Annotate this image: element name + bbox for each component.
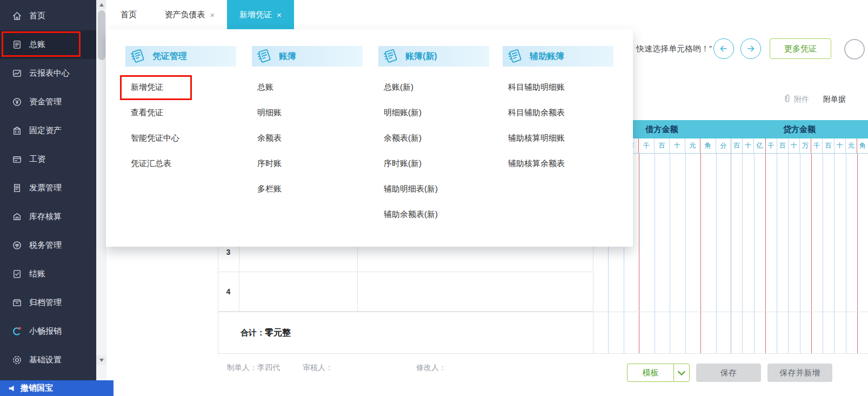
attachment-label[interactable]: 附件 (794, 95, 809, 104)
menu-item-general-ledger[interactable]: 总账 (257, 74, 363, 100)
menu-item-detail-ledger[interactable]: 明细账 (257, 100, 363, 125)
save-button[interactable]: 保存 (696, 364, 761, 382)
menu-item-detail-ledger-new[interactable]: 明细账(新) (384, 100, 489, 125)
close-icon[interactable]: × (277, 11, 282, 19)
menu-column-header: 凭证管理 (125, 46, 236, 67)
digit-label: 百 (777, 138, 789, 153)
more-vouchers-button[interactable]: 更多凭证 (770, 38, 831, 59)
summary-cell[interactable] (239, 272, 358, 311)
template-split-button: 模板 (627, 364, 690, 382)
digit-label: 千 (639, 138, 654, 153)
archive-icon (12, 298, 22, 308)
sidebar-item-label: 固定资产 (29, 126, 62, 136)
menu-item-balance-table[interactable]: 余额表 (257, 125, 363, 150)
megaphone-icon (8, 384, 16, 393)
journal-icon (382, 48, 400, 65)
next-voucher-button[interactable] (740, 38, 761, 59)
sidebar-item-label: 工资 (29, 154, 45, 164)
promo-banner[interactable]: 撤销国宝 (0, 380, 113, 396)
payroll-icon (12, 154, 22, 164)
digit-label: 元 (685, 138, 700, 153)
sidebar-item-invoice-management[interactable]: 发票管理 (0, 174, 96, 202)
journal-icon (255, 48, 273, 65)
sidebar-item-inventory-accounting[interactable]: 库存核算 (0, 202, 96, 231)
tab-new-voucher[interactable]: 新增凭证 × (227, 0, 294, 29)
chevron-down-icon (678, 368, 685, 375)
debit-header-label: 借方金额 (646, 124, 678, 135)
menu-item-view-voucher[interactable]: 查看凭证 (131, 100, 236, 125)
menu-item-aux-balance-table-new[interactable]: 辅助余额表(新) (384, 201, 489, 227)
digit-label: 百 (655, 138, 670, 153)
total-value: 零元整 (265, 327, 291, 339)
row-number: 4 (218, 272, 239, 311)
attachment-control[interactable] (782, 94, 792, 103)
menu-item-new-voucher[interactable]: 新增凭证 (131, 74, 236, 100)
vertical-scrollbar[interactable] (96, 0, 106, 396)
reviewer-label: 审核人： (303, 363, 333, 372)
modifier-field: 修改人： (416, 363, 446, 373)
sidebar-item-payroll[interactable]: 工资 (0, 145, 96, 174)
quick-select-hint: 快速选择单元格哟！” (636, 44, 712, 54)
fund-icon (12, 97, 22, 107)
digit-label: 十 (834, 138, 846, 153)
sidebar-item-basic-settings[interactable]: 基础设置 (0, 346, 96, 374)
menu-item-balance-table-new[interactable]: 余额表(新) (384, 125, 489, 150)
sidebar-item-tax-management[interactable]: 税务管理 (0, 231, 96, 260)
menu-item-subject-aux-detail[interactable]: 科目辅助明细账 (508, 74, 613, 100)
credit-header-label: 贷方金额 (783, 124, 816, 135)
menu-item-chronological-ledger[interactable]: 序时账 (257, 150, 363, 176)
close-icon[interactable]: × (210, 11, 215, 19)
digit-label: 角 (857, 138, 868, 153)
tab-home[interactable]: 首页 (111, 0, 146, 29)
sidebar-item-closing[interactable]: 结账 (0, 260, 96, 288)
menu-item-chronological-ledger-new[interactable]: 序时账(新) (384, 150, 489, 176)
menu-item-general-ledger-new[interactable]: 总账(新) (384, 74, 489, 100)
sidebar-item-xiaochang-reimburse[interactable]: 小畅报销 (0, 317, 96, 346)
save-and-new-label: 保存并新增 (780, 368, 820, 378)
preparer-value: 李四代 (257, 363, 280, 372)
sidebar-item-home[interactable]: 首页 (0, 2, 96, 30)
menu-item-aux-accounting-balance[interactable]: 辅助核算余额表 (508, 150, 613, 176)
tax-icon (12, 240, 22, 250)
sidebar-item-label: 基础设置 (29, 355, 62, 365)
menu-item-aux-detail-table-new[interactable]: 辅助明细表(新) (384, 176, 489, 201)
reviewer-field: 审核人： (303, 363, 333, 373)
total-row: 合计： 零元整 (218, 312, 868, 354)
scrollbar-thumb[interactable] (98, 10, 105, 60)
menu-item-aux-accounting-detail[interactable]: 辅助核算明细账 (508, 125, 613, 150)
account-cell[interactable] (358, 272, 593, 311)
menu-item-subject-aux-balance[interactable]: 科目辅助余额表 (508, 100, 613, 125)
invoice-icon (12, 183, 22, 193)
tab-bar: 首页 资产负债表 × 新增凭证 × (106, 0, 868, 29)
scroll-down-button[interactable] (97, 355, 106, 365)
journal-icon (129, 48, 147, 65)
menu-column-header: 辅助账簿 (503, 46, 613, 67)
prev-voucher-button[interactable] (713, 38, 734, 59)
save-and-new-button[interactable]: 保存并新增 (767, 364, 832, 382)
tab-balance-sheet[interactable]: 资产负债表 × (153, 0, 226, 29)
digit-label: 十 (789, 138, 800, 153)
sidebar-item-fixed-assets[interactable]: 固定资产 (0, 116, 96, 145)
sidebar-item-cloud-report-center[interactable]: 云报表中心 (0, 59, 96, 88)
sidebar-item-label: 总账 (29, 39, 45, 50)
inventory-icon (12, 212, 22, 222)
sidebar-item-fund-management[interactable]: 资金管理 (0, 88, 96, 116)
paperclip-icon (782, 94, 792, 103)
menu-item-smart-voucher-center[interactable]: 智能凭证中心 (131, 125, 236, 150)
sidebar-item-label: 结账 (29, 269, 45, 279)
preparer-label: 制单人： (227, 363, 257, 372)
sidebar-item-label: 发票管理 (29, 183, 62, 193)
sidebar-item-label: 库存核算 (29, 212, 62, 222)
menu-item-multi-column-ledger[interactable]: 多栏账 (257, 176, 363, 201)
digit-label: 十 (670, 138, 685, 153)
help-icon[interactable] (844, 39, 865, 60)
journal-icon (506, 48, 524, 65)
template-button[interactable]: 模板 (627, 364, 673, 382)
menu-column-title: 账簿 (279, 51, 296, 62)
scroll-up-button[interactable] (97, 0, 106, 9)
sidebar-item-archive-management[interactable]: 归档管理 (0, 288, 96, 317)
sidebar-item-general-ledger[interactable]: 总账 (0, 30, 96, 59)
menu-item-voucher-summary[interactable]: 凭证汇总表 (131, 150, 236, 176)
template-dropdown-button[interactable] (673, 364, 690, 382)
arrow-up-icon (99, 3, 104, 6)
